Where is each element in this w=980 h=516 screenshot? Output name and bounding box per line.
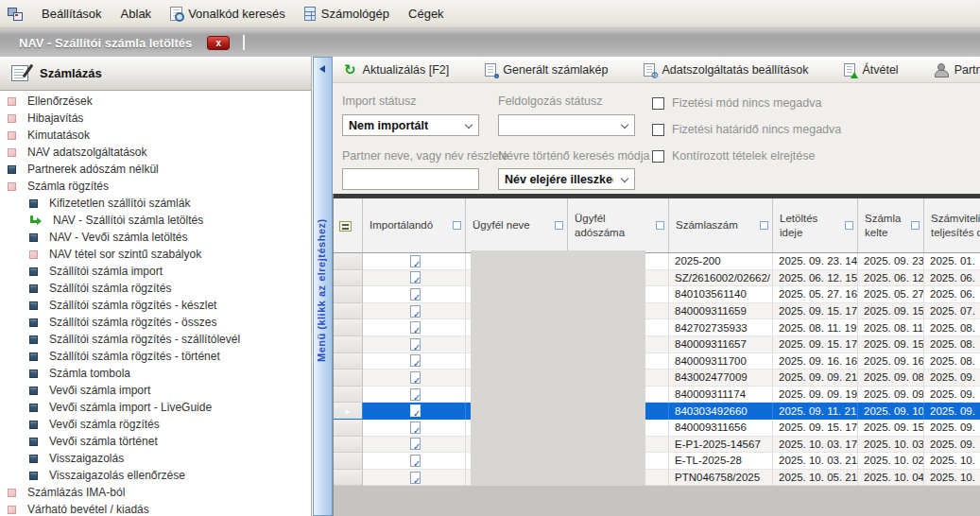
importable-check-icon[interactable] [410,288,421,301]
menu-item-0[interactable]: Beállítások [32,7,112,21]
importable-check-icon[interactable] [410,438,421,450]
column-filter-box[interactable] [453,221,461,230]
accounting-date-cell[interactable]: 2025. 09. [924,437,980,454]
column-filter-box[interactable] [656,221,664,230]
invoice-number-cell[interactable]: 840009311174 [669,387,773,404]
table-row[interactable]: 8427027359332025. 08. 11. 19:492025. 08.… [334,319,980,336]
download-time-cell[interactable]: 2025. 09. 09. 21:02 [773,370,858,387]
importable-check-icon[interactable] [410,404,421,417]
invoice-date-cell[interactable]: 2025. 05. 27. [858,286,924,303]
importable-check-icon[interactable] [410,371,421,384]
sidebar-item-active[interactable]: NAV - Szállítói számla letöltés [0,212,311,229]
importable-cell[interactable] [363,319,466,336]
import-status-select[interactable]: Nem importált [342,114,479,136]
sidebar-item[interactable]: Szállítói számla rögzítés [0,280,311,297]
column-header[interactable]: Számviteli teljesítés dátuma [924,198,980,253]
invoice-date-cell[interactable]: 2025. 09. 15. [858,420,924,437]
column-header[interactable]: Importálandó [363,198,466,253]
sidebar-item[interactable]: Számlázás IMA-ból [0,484,311,501]
row-header[interactable] [334,453,363,470]
importable-check-icon[interactable] [410,455,421,467]
importable-check-icon[interactable] [410,338,421,351]
accounting-date-cell[interactable]: 2025. 01. [924,253,980,270]
row-header[interactable] [334,387,363,404]
importable-check-icon[interactable] [410,421,421,434]
toolbar-button-3[interactable]: Átvétel [840,61,902,78]
accounting-date-cell[interactable]: 2025. 08. [924,319,980,336]
checkbox-icon[interactable] [652,150,664,163]
importable-cell[interactable] [363,387,466,404]
table-row[interactable]: 8400093116592025. 09. 15. 17:212025. 09.… [334,303,980,320]
table-row[interactable]: 2025-2002025. 09. 23. 14:032025. 09. 23.… [334,253,980,270]
invoice-number-cell[interactable]: 2025-200 [669,253,773,270]
row-header[interactable] [334,303,363,320]
table-row[interactable]: SZ/2616002/02662/2025. 06. 12. 15:352025… [334,270,980,287]
column-header[interactable]: Ügyfél neve [466,198,568,253]
invoice-number-cell[interactable]: E-TL-2025-28 [669,453,773,470]
importable-check-icon[interactable] [410,321,421,334]
importable-cell[interactable] [363,437,466,454]
invoice-number-cell[interactable]: SZ/2616002/02662/ [669,270,773,287]
row-header[interactable] [334,253,363,270]
importable-cell[interactable] [363,270,466,287]
importable-cell[interactable] [363,253,466,270]
row-header[interactable] [334,437,363,454]
invoice-date-cell[interactable]: 2025. 10. 02. [858,453,924,470]
grid-options-icon[interactable] [339,221,352,232]
column-filter-box[interactable] [555,221,563,230]
invoice-number-cell[interactable]: 840009311657 [669,336,773,353]
column-header[interactable] [334,198,363,253]
accounting-date-cell[interactable]: 2025. 09. [924,403,980,420]
row-header[interactable] [334,370,363,387]
filter-checkbox-row[interactable]: Kontírozott tételek elrejtése [652,149,815,163]
importable-cell[interactable] [363,403,466,420]
table-row[interactable]: E-TL-2025-282025. 10. 03. 21:022025. 10.… [334,453,980,470]
sidebar-item[interactable]: Kimutatások [0,127,311,144]
sidebar-item[interactable]: Vevői számla import - LiveGuide [0,399,311,416]
sidebar-item[interactable]: Vevői számla történet [0,433,311,450]
invoice-number-cell[interactable]: 840009311700 [669,353,773,370]
column-filter-box[interactable] [911,221,920,230]
download-time-cell[interactable]: 2025. 08. 11. 19:49 [773,319,858,336]
invoice-number-cell[interactable]: 840103561140 [669,286,773,303]
importable-cell[interactable] [363,286,466,303]
download-time-cell[interactable]: 2025. 09. 11. 21:02 [773,403,858,420]
sidebar-item[interactable]: Szállítói számla rögzítés - szállítólevé… [0,331,311,348]
invoice-number-cell[interactable]: 842702735933 [669,319,773,336]
invoice-date-cell[interactable]: 2025. 06. 12. [858,270,924,287]
filter-checkbox-row[interactable]: Fizetési mód nincs megadva [652,96,821,110]
tab-close-icon[interactable]: x [207,36,230,50]
sidebar-item[interactable]: Vevői számla rögzítés [0,416,311,433]
checkbox-icon[interactable] [652,97,664,110]
accounting-date-cell[interactable]: 2025. 10. [924,453,980,470]
download-time-cell[interactable]: 2025. 09. 16. 16:51 [773,353,858,370]
toolbar-button-2[interactable]: ⚙Adatszolgáltatás beállítások [640,61,812,78]
sidebar-item[interactable]: NAV adatszolgáltatások [0,144,311,161]
download-time-cell[interactable]: 2025. 09. 15. 17:21 [773,336,858,353]
menu-item-2[interactable]: Vonalkód keresés [161,7,295,21]
accounting-date-cell[interactable]: 2025. 07. [924,303,980,320]
row-header[interactable] [334,420,363,437]
menu-collapse-strip[interactable]: Menü (klikk az elrejtéshez) [313,57,333,516]
table-row[interactable]: PTN046758/20252025. 10. 05. 21:012025. 1… [334,470,980,487]
invoice-date-cell[interactable]: 2025. 09. 16. [858,353,924,370]
sidebar-item[interactable]: Számla tombola [0,365,311,382]
invoice-number-cell[interactable]: 843002477009 [669,370,773,387]
column-header[interactable]: Letöltés ideje [773,198,858,253]
sidebar-item[interactable]: Partnerek adószám nélkül [0,161,311,178]
sidebar-item[interactable]: Vevői számla import [0,382,311,399]
accounting-date-cell[interactable]: 2025. 06. [924,286,980,303]
invoice-number-cell[interactable]: E-P1-2025-14567 [669,437,773,454]
importable-check-icon[interactable] [410,305,421,318]
download-time-cell[interactable]: 2025. 10. 05. 21:01 [773,470,858,487]
accounting-date-cell[interactable]: 2025. 06. [924,270,980,287]
invoice-date-cell[interactable]: 2025. 09. 15. [858,336,924,353]
importable-check-icon[interactable] [410,354,421,367]
accounting-date-cell[interactable]: 2025. 09. [924,420,980,437]
sidebar-item[interactable]: Kifizetetlen szállítói számlák [0,195,311,212]
accounting-date-cell[interactable]: 2025. 10. [924,470,980,487]
sidebar-item[interactable]: NAV tétel sor szintű szabályok [0,246,311,263]
download-time-cell[interactable]: 2025. 09. 23. 14:03 [773,253,858,270]
sidebar-item[interactable]: Számla rögzítés [0,178,311,195]
column-header[interactable]: Ügyfél adószáma [568,198,669,253]
